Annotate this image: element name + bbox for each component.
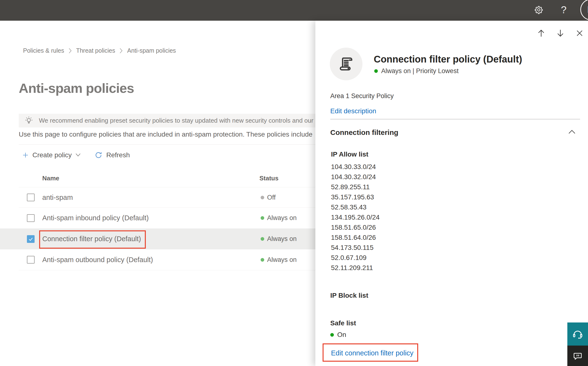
status-dot-on bbox=[374, 69, 378, 73]
chevron-right-icon bbox=[119, 48, 123, 53]
table-row-anti-spam[interactable]: anti-spam Off bbox=[0, 187, 315, 207]
scroll-icon bbox=[337, 55, 355, 73]
ip-entry: 52.0.67.109 bbox=[331, 253, 380, 263]
row-checkbox[interactable] bbox=[27, 194, 35, 201]
flyout-title: Connection filter policy (Default) bbox=[374, 54, 522, 65]
arrow-down-icon bbox=[556, 29, 565, 38]
page-intro-text: Use this page to configure policies that… bbox=[19, 130, 315, 138]
refresh-label: Refresh bbox=[106, 151, 130, 159]
create-policy-button[interactable]: Create policy bbox=[22, 151, 81, 159]
support-button[interactable] bbox=[567, 322, 588, 346]
page-title: Anti-spam policies bbox=[19, 80, 134, 96]
safe-list-status: On bbox=[330, 331, 346, 339]
status-cell: Always on bbox=[261, 214, 297, 222]
ip-entry: 52.11.209.211 bbox=[331, 263, 380, 273]
ip-allow-list-label: IP Allow list bbox=[331, 151, 368, 158]
feedback-chat-icon bbox=[572, 351, 583, 361]
status-label: Always on bbox=[267, 235, 297, 243]
flyout-status-text: Always on | Priority Lowest bbox=[381, 67, 459, 75]
safe-list-label: Safe list bbox=[330, 319, 356, 327]
plus-icon bbox=[22, 152, 29, 158]
section-connection-filtering: Connection filtering bbox=[330, 128, 398, 137]
flyout-divider bbox=[330, 119, 580, 119]
table-row-outbound-policy[interactable]: Anti-spam outbound policy (Default) Alwa… bbox=[0, 249, 315, 270]
status-cell: Always on bbox=[261, 256, 297, 264]
chevron-up-icon bbox=[568, 129, 575, 134]
arrow-up-icon bbox=[537, 29, 546, 38]
ip-entry: 158.51.64.0/26 bbox=[331, 233, 380, 243]
chevron-right-icon bbox=[68, 48, 72, 53]
table-row-connection-filter-policy[interactable]: Connection filter policy (Default) Alway… bbox=[0, 229, 315, 249]
toolbar-top-divider bbox=[19, 144, 315, 145]
settings-button[interactable] bbox=[533, 4, 545, 16]
help-icon: ? bbox=[561, 4, 566, 16]
breadcrumb-anti-spam-policies[interactable]: Anti-spam policies bbox=[127, 47, 176, 54]
status-dot-on bbox=[261, 216, 264, 220]
policy-name-link[interactable]: Anti-spam inbound policy (Default) bbox=[42, 214, 149, 222]
chevron-down-icon bbox=[75, 153, 81, 157]
check-icon bbox=[28, 236, 33, 242]
table-row-inbound-policy[interactable]: Anti-spam inbound policy (Default) Alway… bbox=[0, 208, 315, 228]
ip-allow-list: 104.30.33.0/24 104.30.32.0/24 52.89.255.… bbox=[331, 162, 380, 273]
row-checkbox[interactable] bbox=[27, 214, 35, 222]
policy-name-link[interactable]: Anti-spam outbound policy (Default) bbox=[42, 256, 153, 264]
previous-item-button[interactable] bbox=[536, 28, 546, 38]
row-checkbox-checked[interactable] bbox=[27, 235, 35, 243]
lightbulb-icon bbox=[24, 116, 34, 126]
gear-icon bbox=[534, 5, 544, 16]
account-avatar[interactable]: M bbox=[580, 0, 588, 20]
ip-block-list-label: IP Block list bbox=[330, 292, 368, 299]
collapse-section-button[interactable] bbox=[567, 127, 577, 137]
status-dot-on bbox=[261, 237, 264, 241]
feedback-button[interactable] bbox=[567, 346, 588, 366]
status-label: Off bbox=[267, 194, 276, 201]
headset-icon bbox=[572, 328, 583, 340]
ip-entry: 104.30.32.0/24 bbox=[331, 172, 380, 182]
breadcrumb-policies-and-rules[interactable]: Policies & rules bbox=[23, 47, 64, 54]
create-policy-label: Create policy bbox=[32, 151, 72, 159]
next-item-button[interactable] bbox=[555, 28, 566, 38]
status-label: Always on bbox=[267, 256, 297, 264]
flyout-status-line: Always on | Priority Lowest bbox=[374, 67, 459, 75]
help-button[interactable]: ? bbox=[558, 3, 570, 16]
ip-entry: 134.195.26.0/24 bbox=[331, 212, 380, 222]
policy-details-flyout: Connection filter policy (Default) Alway… bbox=[315, 21, 588, 366]
column-header-status[interactable]: Status bbox=[259, 175, 278, 182]
refresh-icon bbox=[95, 151, 102, 159]
status-dot-on bbox=[330, 333, 334, 337]
banner-text: We recommend enabling preset security po… bbox=[39, 117, 315, 124]
status-dot-on bbox=[261, 258, 264, 262]
policy-type-avatar bbox=[330, 48, 362, 80]
edit-description-link[interactable]: Edit description bbox=[330, 107, 376, 115]
policy-name-link[interactable]: Connection filter policy (Default) bbox=[42, 235, 141, 243]
ip-entry: 158.51.65.0/26 bbox=[331, 222, 380, 233]
close-icon bbox=[575, 29, 584, 37]
main-content: Policies & rules Threat policies Anti-sp… bbox=[0, 21, 315, 366]
status-dot-off bbox=[261, 196, 264, 199]
column-header-name[interactable]: Name bbox=[42, 175, 59, 182]
edit-connection-filter-policy-link[interactable]: Edit connection filter policy bbox=[331, 349, 413, 357]
breadcrumb: Policies & rules Threat policies Anti-sp… bbox=[23, 47, 176, 54]
status-cell: Always on bbox=[261, 235, 297, 243]
table-divider bbox=[19, 270, 315, 270]
top-app-bar: ? M bbox=[0, 0, 588, 21]
ip-entry: 52.58.35.43 bbox=[331, 202, 380, 212]
row-checkbox[interactable] bbox=[27, 256, 35, 264]
refresh-button[interactable]: Refresh bbox=[95, 151, 130, 159]
policy-description: Area 1 Security Policy bbox=[330, 92, 394, 100]
policy-name-link[interactable]: anti-spam bbox=[42, 194, 73, 201]
breadcrumb-threat-policies[interactable]: Threat policies bbox=[76, 47, 115, 54]
command-bar: Create policy Refresh bbox=[22, 149, 130, 161]
avatar-initial: M bbox=[587, 5, 588, 15]
ip-entry: 54.173.50.115 bbox=[331, 243, 380, 253]
ip-entry: 52.89.255.11 bbox=[331, 182, 380, 192]
status-label: Always on bbox=[267, 214, 297, 222]
ip-entry: 35.157.195.63 bbox=[331, 192, 380, 202]
close-flyout-button[interactable] bbox=[574, 28, 585, 38]
safe-list-status-text: On bbox=[337, 331, 346, 339]
recommendation-banner: We recommend enabling preset security po… bbox=[19, 114, 315, 128]
status-cell: Off bbox=[261, 194, 276, 201]
ip-entry: 104.30.33.0/24 bbox=[331, 162, 380, 172]
